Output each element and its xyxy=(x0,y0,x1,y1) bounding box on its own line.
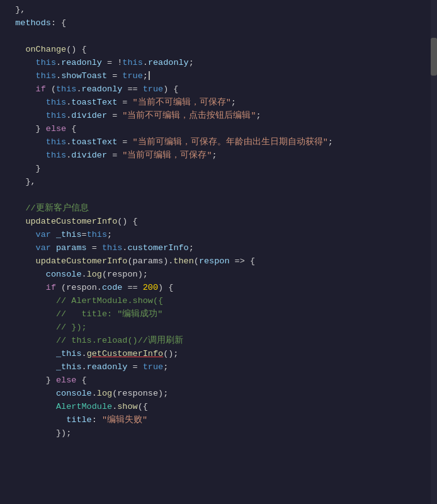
code-token: this xyxy=(56,84,76,94)
code-line: var params = this.customerInfo; xyxy=(0,242,437,255)
code-token: (respon); xyxy=(102,270,148,279)
code-line: }); xyxy=(0,427,437,440)
code-token: log xyxy=(87,270,102,279)
code-line: this.divider = "当前可编辑，可保存"; xyxy=(0,149,437,163)
code-line: updateCustomerInfo() { xyxy=(0,215,437,229)
code-token: . xyxy=(82,270,87,279)
code-token: if xyxy=(46,283,56,292)
scrollbar[interactable] xyxy=(431,0,437,504)
code-token: readonly xyxy=(82,84,123,94)
code-line: methods: { xyxy=(0,17,437,30)
code-token: (); xyxy=(163,349,178,358)
code-token: show xyxy=(117,402,137,411)
code-token: (response); xyxy=(112,389,168,398)
code-token xyxy=(5,336,56,345)
code-token: } xyxy=(36,124,46,134)
code-token: . xyxy=(76,84,81,94)
code-token: AlertModule xyxy=(56,402,112,411)
code-token: methods xyxy=(15,18,51,28)
code-line: } else { xyxy=(0,374,437,387)
code-token: this xyxy=(36,71,56,81)
code-token: // this.reload()//调用刷新 xyxy=(56,336,183,345)
code-token: = xyxy=(127,362,142,372)
code-token: = xyxy=(102,58,117,67)
code-token: true xyxy=(143,84,163,94)
code-token: then xyxy=(173,256,193,266)
code-token: } xyxy=(46,375,56,385)
code-token xyxy=(5,362,56,372)
code-token: customerInfo xyxy=(127,243,188,253)
code-token: _this xyxy=(56,349,82,358)
code-token: _this xyxy=(51,230,82,239)
code-token: readonly xyxy=(61,58,102,67)
code-token: this xyxy=(46,137,66,147)
code-line: if (respon.code == 200) { xyxy=(0,282,437,295)
code-token: }); xyxy=(56,428,71,438)
code-token: = xyxy=(107,111,122,120)
code-token: = xyxy=(117,137,132,147)
code-token xyxy=(5,217,25,226)
code-token: var xyxy=(36,230,51,239)
code-token: "当前不可编辑，点击按钮后编辑" xyxy=(122,111,256,120)
code-token: console xyxy=(56,389,92,398)
code-token xyxy=(5,309,56,319)
code-token: params xyxy=(51,243,87,253)
code-token: else xyxy=(46,124,66,134)
code-line: title: "编辑失败" xyxy=(0,414,437,427)
code-token xyxy=(5,243,36,253)
code-token: "编辑失败" xyxy=(102,415,147,425)
code-token xyxy=(5,111,46,120)
code-line: if (this.readonly == true) { xyxy=(0,83,437,96)
code-token: // }); xyxy=(56,323,87,332)
code-token xyxy=(5,18,15,28)
code-token: getCustomerInfo xyxy=(87,349,164,358)
code-token: = xyxy=(117,98,132,107)
code-token: ; xyxy=(328,137,333,147)
code-token xyxy=(5,256,36,266)
code-token xyxy=(5,375,46,385)
code-token: toastText xyxy=(71,137,117,147)
code-token: == xyxy=(122,283,142,292)
code-token xyxy=(5,389,56,398)
code-token: () { xyxy=(66,45,86,54)
code-token: divider xyxy=(71,111,107,120)
code-token: . xyxy=(56,71,61,81)
code-token xyxy=(5,58,36,67)
code-token: ({ xyxy=(138,402,148,411)
code-token: ) { xyxy=(158,283,173,292)
code-token: "当前可编辑，可保存" xyxy=(122,151,212,160)
code-token: //更新客户信息 xyxy=(25,203,88,213)
code-token: ; xyxy=(107,230,112,239)
code-token: // title: "编辑成功" xyxy=(56,309,162,319)
code-token: ) { xyxy=(163,84,178,94)
code-token xyxy=(5,203,25,213)
code-token xyxy=(5,296,56,306)
code-line: this.showToast = true; xyxy=(0,70,437,83)
code-token xyxy=(5,402,56,411)
text-cursor xyxy=(149,71,150,80)
code-line: //更新客户信息 xyxy=(0,202,437,215)
code-line: console.log(respon); xyxy=(0,268,437,282)
code-token xyxy=(5,177,25,186)
code-line: // this.reload()//调用刷新 xyxy=(0,335,437,348)
code-token: . xyxy=(82,362,87,372)
code-token: // AlertModule.show({ xyxy=(56,296,163,306)
code-token: _this xyxy=(56,362,82,372)
scrollbar-thumb[interactable] xyxy=(431,38,437,76)
code-token xyxy=(5,164,36,173)
code-token: 200 xyxy=(143,283,158,292)
code-token: ; xyxy=(256,111,261,120)
code-token: this xyxy=(87,230,107,239)
code-token: this xyxy=(36,58,56,67)
code-line xyxy=(0,189,437,202)
code-token xyxy=(5,230,36,239)
code-line: // title: "编辑成功" xyxy=(0,308,437,321)
code-token: ( xyxy=(46,84,56,94)
code-token: showToast xyxy=(61,71,107,81)
code-token: () { xyxy=(117,217,137,226)
code-line: onChange() { xyxy=(0,43,437,57)
code-line: _this.readonly = true; xyxy=(0,361,437,374)
code-line: this.readonly = !this.readonly; xyxy=(0,57,437,70)
code-line: _this.getCustomerInfo(); xyxy=(0,348,437,361)
code-token xyxy=(5,45,25,54)
